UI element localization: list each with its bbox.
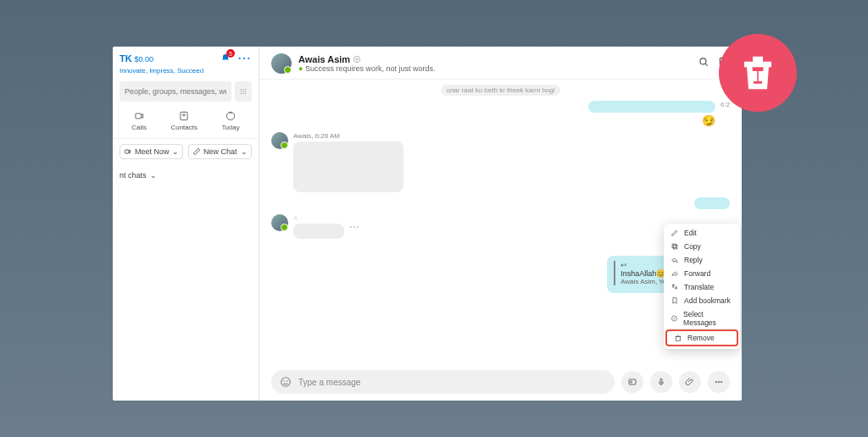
message-meta: A (293, 214, 344, 222)
contact-avatar[interactable] (271, 53, 292, 74)
svg-point-12 (226, 112, 234, 119)
svg-point-6 (241, 93, 242, 94)
search-input[interactable] (120, 81, 231, 102)
user-initials[interactable]: TK $0.00 (120, 53, 153, 64)
svg-point-31 (721, 381, 722, 383)
svg-point-8 (245, 93, 246, 94)
emoji-reaction: 😏 (702, 114, 715, 127)
svg-point-4 (242, 91, 243, 91)
svg-point-25 (287, 381, 287, 382)
svg-rect-19 (673, 245, 677, 249)
svg-point-30 (718, 381, 720, 383)
message-avatar[interactable] (271, 214, 288, 231)
svg-point-0 (241, 89, 242, 90)
composer: Type a message (259, 363, 742, 401)
svg-point-27 (631, 381, 632, 383)
app-window: TK $0.00 5 ⋯ Innovate, Impress, Succeed … (113, 47, 742, 401)
contact-name[interactable]: Awais Asim (298, 54, 436, 64)
chevron-down-icon: ⌄ (172, 147, 179, 156)
timestamp: 6:2 (721, 101, 730, 108)
menu-edit[interactable]: Edit (664, 226, 740, 240)
outgoing-message[interactable] (588, 101, 715, 113)
chat-area[interactable]: onar raat ko beth kr theek karni hogi 😏 … (259, 80, 742, 363)
svg-point-1 (242, 89, 243, 90)
nav-contacts[interactable]: Contacts (170, 110, 198, 131)
tagline: Innovate, Impress, Succeed (113, 67, 259, 80)
svg-point-5 (245, 91, 246, 91)
menu-bookmark[interactable]: Add bookmark (664, 294, 740, 307)
svg-rect-20 (672, 244, 676, 248)
context-menu: Edit Copy Reply Forward Translate Add bo… (664, 224, 740, 349)
emoji-icon[interactable] (280, 376, 292, 388)
incoming-message[interactable] (293, 141, 403, 192)
recent-chats-header[interactable]: nt chats ⌄ (113, 164, 259, 186)
contact-status: Success requires work, not just words. (298, 64, 436, 73)
svg-rect-22 (676, 336, 681, 340)
svg-point-15 (356, 58, 359, 61)
trash-overlay-icon (719, 34, 797, 112)
chevron-down-icon: ⌄ (150, 171, 157, 180)
more-button[interactable] (708, 371, 730, 393)
svg-point-16 (700, 58, 706, 64)
chevron-down-icon: ⌄ (241, 147, 248, 156)
sidebar: TK $0.00 5 ⋯ Innovate, Impress, Succeed … (113, 47, 259, 401)
contact-card-button[interactable] (621, 371, 643, 393)
svg-point-29 (715, 381, 717, 383)
ellipsis-icon[interactable]: ⋯ (349, 221, 359, 233)
scroll-down-icon[interactable]: ➤ (271, 312, 730, 324)
svg-point-3 (241, 91, 242, 91)
notification-badge: 5 (226, 49, 235, 58)
chat-header: Awais Asim Success requires work, not ju… (259, 47, 742, 80)
bell-icon[interactable]: 5 (219, 52, 232, 65)
menu-forward[interactable]: Forward (664, 267, 740, 280)
new-chat-button[interactable]: New Chat⌄ (188, 144, 252, 159)
earlier-message: onar raat ko beth kr theek karni hogi (441, 85, 559, 96)
meet-now-button[interactable]: Meet Now⌄ (120, 144, 183, 159)
nav-today[interactable]: Today (221, 110, 239, 131)
menu-remove[interactable]: Remove (665, 329, 738, 346)
menu-translate[interactable]: Translate (664, 280, 740, 294)
attach-button[interactable] (679, 371, 701, 393)
svg-point-11 (183, 114, 185, 116)
search-icon[interactable] (698, 56, 709, 71)
svg-rect-9 (136, 113, 141, 119)
incoming-message[interactable] (293, 224, 344, 239)
svg-point-7 (242, 93, 243, 94)
message-input[interactable]: Type a message (271, 370, 615, 394)
svg-rect-13 (125, 150, 129, 153)
balance: $0.00 (134, 55, 153, 64)
sidebar-header: TK $0.00 5 ⋯ (113, 47, 259, 67)
svg-point-2 (245, 89, 246, 90)
menu-reply[interactable]: Reply (664, 253, 740, 267)
outgoing-message[interactable] (694, 197, 730, 209)
message-avatar[interactable] (271, 132, 288, 149)
dialpad-button[interactable] (235, 81, 252, 102)
more-icon[interactable]: ⋯ (237, 55, 252, 62)
svg-rect-28 (660, 379, 662, 383)
svg-point-14 (353, 56, 360, 63)
mic-button[interactable] (650, 371, 672, 393)
message-meta: Awais, 6:28 AM (293, 132, 403, 140)
svg-point-24 (284, 381, 285, 382)
menu-copy[interactable]: Copy (664, 240, 740, 253)
menu-select[interactable]: Select Messages (664, 307, 740, 329)
nav-calls[interactable]: Calls (131, 110, 147, 131)
svg-point-23 (281, 378, 291, 387)
main-panel: Awais Asim Success requires work, not ju… (259, 47, 742, 401)
sidebar-nav: Calls Contacts Today (113, 107, 259, 139)
